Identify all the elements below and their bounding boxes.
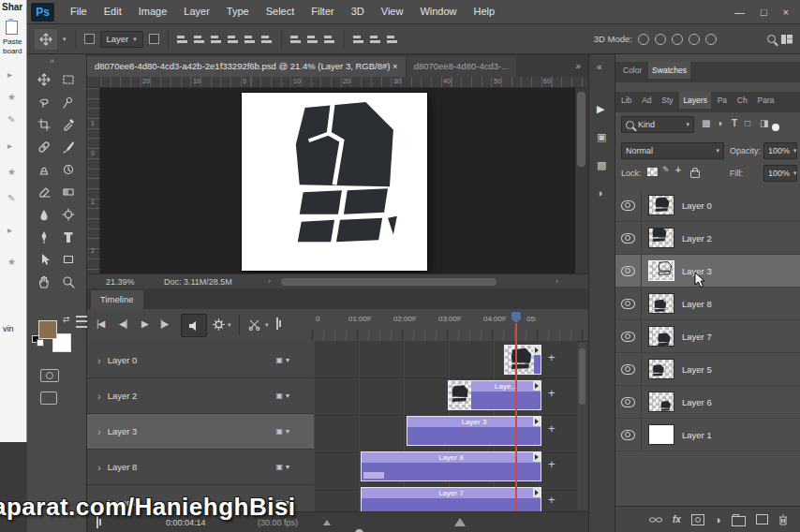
clip-options-arrow[interactable] [533,488,541,497]
menu-layer[interactable]: Layer [175,0,218,23]
filter-smart-objects-icon[interactable]: ◨ [760,118,768,128]
menu-type[interactable]: Type [218,0,258,23]
pencil-icon[interactable]: ✎ [7,114,15,125]
new-layer-icon[interactable] [756,514,768,525]
healing-brush-tool[interactable] [33,137,55,157]
track-settings-icon[interactable]: ▣▾ [275,463,289,471]
fill-value-field[interactable]: 100% ▾ [763,165,797,182]
star-icon[interactable]: ★ [7,257,16,267]
tab-layers[interactable]: Layers [679,92,711,109]
foreground-color-swatch[interactable] [38,320,57,339]
tab-styles[interactable]: Sty [658,92,676,109]
layer-visibility-toggle[interactable] [615,419,642,451]
menu-edit[interactable]: Edit [96,0,130,23]
arrow-icon[interactable]: ▸ [7,69,12,80]
track-settings-icon[interactable]: ▣▾ [275,392,289,400]
tab-paragraph[interactable]: Para [754,92,778,109]
hand-tool[interactable] [33,272,55,292]
distribute-top-icon[interactable] [290,35,302,44]
layer-thumbnail[interactable] [648,293,674,314]
layer-row[interactable]: Layer 6 [615,386,800,419]
align-top-icon[interactable] [228,35,239,44]
align-bottom-icon[interactable] [261,35,273,44]
align-center-h-icon[interactable] [194,35,205,44]
status-arrow-icon[interactable]: › [268,276,271,286]
ruler-corner[interactable] [87,77,100,88]
layer-visibility-toggle[interactable] [615,320,642,352]
tab-libraries[interactable]: Lib [617,92,635,109]
star-icon[interactable]: ★ [7,167,16,177]
clip-options-arrow[interactable] [533,452,541,462]
delete-layer-trash-icon[interactable] [778,514,788,525]
eyedropper-tool[interactable] [57,114,80,135]
layer-row[interactable]: Layer 8 [615,288,800,320]
actions-panel-icon[interactable]: ▶ [597,103,604,115]
histogram-panel-icon[interactable]: ▩ [597,159,606,171]
layer-thumbnail[interactable] [648,359,674,379]
tab-close-icon[interactable]: × [393,61,398,71]
distribute-center-icon[interactable] [370,35,381,44]
layer-filter-dropdown[interactable]: Kind ▾ [621,116,694,133]
layer-visibility-toggle[interactable] [615,353,642,385]
menu-window[interactable]: Window [411,0,465,23]
tab-adjustments[interactable]: Ad [638,92,655,109]
brush-tool[interactable] [57,137,80,157]
layer-visibility-toggle[interactable] [615,386,642,418]
opacity-value-field[interactable]: 100% ▾ [763,142,797,159]
layer-visibility-toggle[interactable] [615,222,642,254]
split-at-playhead-scissors-icon[interactable] [248,318,260,332]
document-info[interactable]: Doc: 3.11M/28.5M [164,277,232,287]
layer-thumbnail[interactable] [648,260,674,281]
caret-down-icon[interactable]: ▾ [228,321,231,329]
gradient-tool[interactable] [57,182,80,202]
timeline-clip-layer-2[interactable]: Laye... [448,380,541,410]
distribute-left-icon[interactable] [353,35,364,44]
crop-tool[interactable] [33,114,55,135]
menu-help[interactable]: Help [466,0,504,23]
distribute-bottom-icon[interactable] [324,35,335,44]
layer-row[interactable]: Layer 5 [615,353,800,386]
menu-select[interactable]: Select [258,0,304,23]
star-icon[interactable]: ★ [7,92,16,102]
caret-down-icon[interactable]: ▾ [265,321,269,329]
play-button[interactable]: ▶ [141,318,148,329]
clone-stamp-tool[interactable] [33,159,55,180]
document-tab-inactive[interactable]: d8070ee8-4d80-4cd3-... [406,56,516,77]
align-left-icon[interactable] [177,35,188,44]
clip-options-arrow[interactable] [533,417,541,426]
quick-mask-button[interactable] [40,369,59,382]
timeline-clip-layer-3[interactable]: Layer 3 [407,416,541,446]
default-colors-bg-icon[interactable] [37,339,44,347]
add-media-button[interactable]: + [548,457,556,471]
new-group-icon[interactable] [732,516,746,526]
lock-all-icon[interactable] [690,170,700,178]
mute-audio-button[interactable] [181,314,207,337]
vertical-scrollbar[interactable] [575,88,588,273]
auto-select-checkbox[interactable] [84,34,95,44]
layer-visibility-toggle[interactable] [615,189,642,221]
tab-color[interactable]: Color [619,62,645,79]
zoom-out-mountain-icon[interactable] [323,520,331,525]
tool-preset-caret[interactable]: ▾ [63,36,67,43]
canvas-area[interactable] [100,88,575,273]
expand-panels-icon[interactable]: « [597,62,602,72]
maximize-button[interactable]: □ [761,7,767,18]
history-brush-tool[interactable] [57,159,80,180]
show-transform-controls-checkbox[interactable] [149,34,159,44]
type-tool[interactable] [57,227,80,247]
menu-3d[interactable]: 3D [343,0,373,23]
marquee-tool[interactable] [57,69,80,90]
timeline-track-layer-3[interactable]: › Layer 3 ▣▾ [87,414,314,450]
pen-tool[interactable] [33,227,55,247]
timeline-clip-layer-0[interactable] [504,345,541,375]
track-expand-chevron[interactable]: › [97,426,101,437]
filter-type-layers-icon[interactable]: T [732,118,737,128]
adjustment-layer-icon[interactable]: ◑ [715,514,721,525]
close-button[interactable]: × [783,7,789,18]
clip-fade-handle[interactable] [363,472,384,479]
quick-select-tool[interactable] [57,92,80,112]
blur-tool[interactable] [33,204,55,225]
layer-row[interactable]: Layer 1 [615,419,800,451]
minimize-button[interactable]: — [734,7,745,18]
menu-view[interactable]: View [373,0,412,23]
